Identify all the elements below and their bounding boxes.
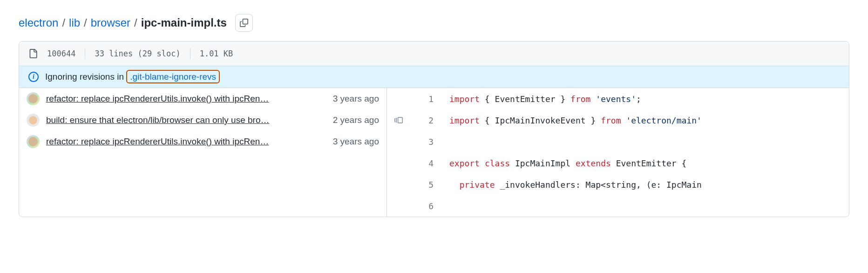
file-size: 1.01 KB xyxy=(200,49,233,58)
code-line: import { IpcMainInvokeEvent } from 'elec… xyxy=(443,116,849,125)
commit-message-link[interactable]: build: ensure that electron/lib/browser … xyxy=(46,115,326,125)
code-line: export class IpcMainImpl extends EventEm… xyxy=(443,158,849,168)
file-icon xyxy=(28,49,38,58)
ignore-revs-link[interactable]: .git-blame-ignore-revs xyxy=(126,70,220,83)
code-row: 1import { EventEmitter } from 'events'; xyxy=(387,88,849,109)
line-number[interactable]: 4 xyxy=(410,158,443,168)
breadcrumb-sep: / xyxy=(84,16,87,29)
line-number[interactable]: 1 xyxy=(410,94,443,104)
breadcrumb-sep: / xyxy=(134,16,137,29)
commit-age: 3 years ago xyxy=(333,94,379,104)
versions-icon xyxy=(394,116,403,124)
blame-row: build: ensure that electron/lib/browser … xyxy=(19,109,387,131)
file-mode: 100644 xyxy=(47,49,75,58)
reblame-button[interactable] xyxy=(387,116,410,124)
commit-message-link[interactable]: refactor: replace ipcRendererUtils.invok… xyxy=(46,136,326,147)
code-row: 2import { IpcMainInvokeEvent } from 'ele… xyxy=(387,109,849,131)
blame-row: refactor: replace ipcRendererUtils.invok… xyxy=(19,131,387,152)
code-row: 6 xyxy=(387,195,849,217)
code-line: import { EventEmitter } from 'events'; xyxy=(443,94,849,104)
copy-path-button[interactable] xyxy=(235,14,253,32)
commit-age: 3 years ago xyxy=(333,136,379,147)
divider xyxy=(85,48,85,59)
blame-row: refactor: replace ipcRendererUtils.invok… xyxy=(19,88,387,109)
breadcrumb-link[interactable]: browser xyxy=(91,16,130,29)
line-number[interactable]: 5 xyxy=(410,180,443,190)
divider xyxy=(190,48,190,59)
line-number[interactable]: 6 xyxy=(410,201,443,211)
code-row: 5 private _invokeHandlers: Map<string, (… xyxy=(387,174,849,195)
line-number[interactable]: 3 xyxy=(410,137,443,147)
avatar[interactable] xyxy=(27,92,40,105)
file-box: 100644 33 lines (29 sloc) 1.01 KB i Igno… xyxy=(19,41,849,217)
breadcrumb-link[interactable]: electron xyxy=(19,16,58,29)
info-icon: i xyxy=(28,72,39,82)
copy-icon xyxy=(240,19,248,27)
code-line: private _invokeHandlers: Map<string, (e:… xyxy=(443,180,849,190)
blame-body: refactor: replace ipcRendererUtils.invok… xyxy=(19,88,849,217)
breadcrumb: electron / lib / browser / ipc-main-impl… xyxy=(19,14,849,32)
blame-ignore-banner: i Ignoring revisions in .git-blame-ignor… xyxy=(19,66,849,88)
file-lines: 33 lines (29 sloc) xyxy=(95,49,180,58)
breadcrumb-link[interactable]: lib xyxy=(69,16,80,29)
avatar[interactable] xyxy=(27,135,40,148)
line-number[interactable]: 2 xyxy=(410,116,443,125)
banner-text: Ignoring revisions in .git-blame-ignore-… xyxy=(45,72,220,82)
code-row: 3 xyxy=(387,131,849,152)
breadcrumb-sep: / xyxy=(62,16,65,29)
avatar[interactable] xyxy=(27,114,40,127)
commit-age: 2 years ago xyxy=(333,115,379,125)
blame-commits-column: refactor: replace ipcRendererUtils.invok… xyxy=(19,88,387,217)
code-row: 4export class IpcMainImpl extends EventE… xyxy=(387,152,849,174)
file-header: 100644 33 lines (29 sloc) 1.01 KB xyxy=(19,41,849,66)
commit-message-link[interactable]: refactor: replace ipcRendererUtils.invok… xyxy=(46,94,326,104)
breadcrumb-current: ipc-main-impl.ts xyxy=(141,16,227,29)
code-column: 1import { EventEmitter } from 'events';2… xyxy=(387,88,849,217)
